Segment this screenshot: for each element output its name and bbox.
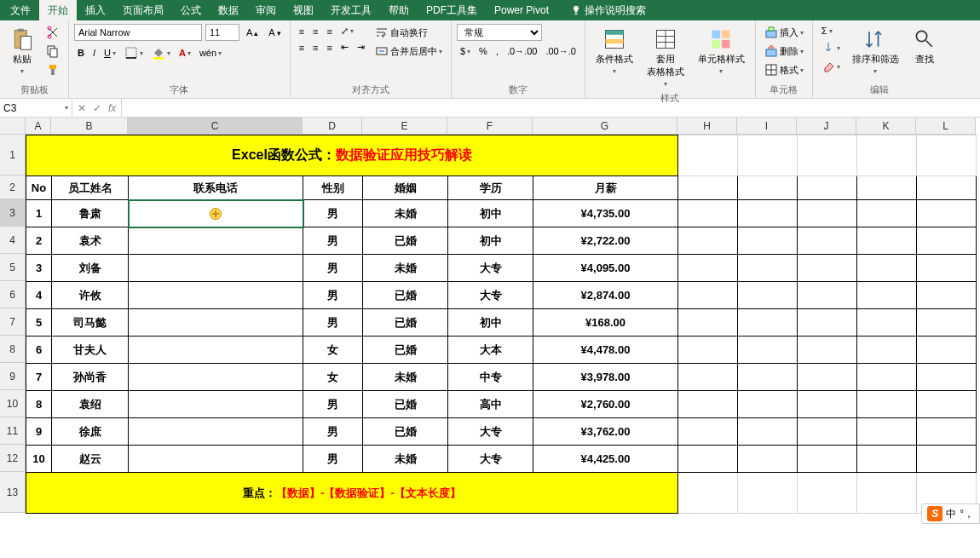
cell[interactable] bbox=[738, 446, 798, 473]
italic-button[interactable]: I bbox=[89, 46, 99, 60]
cell[interactable] bbox=[798, 364, 857, 391]
menu-view[interactable]: 视图 bbox=[285, 0, 322, 20]
cell-phone-5[interactable] bbox=[129, 337, 303, 364]
cell-marital-6[interactable]: 未婚 bbox=[363, 364, 448, 391]
align-top-button[interactable]: ≡ bbox=[296, 24, 308, 38]
column-header-E[interactable]: E bbox=[362, 118, 447, 135]
cell[interactable] bbox=[738, 364, 798, 391]
cell-no-1[interactable]: 2 bbox=[26, 227, 52, 255]
row-header-1[interactable]: 1 bbox=[0, 135, 26, 175]
align-bottom-button[interactable]: ≡ bbox=[324, 24, 336, 38]
cell[interactable] bbox=[857, 364, 917, 391]
cell-gender-3[interactable]: 男 bbox=[303, 282, 363, 309]
confirm-formula-button[interactable]: ✓ bbox=[93, 102, 101, 114]
find-button[interactable]: 查找 bbox=[908, 24, 942, 69]
increase-decimal-button[interactable]: .0→.00 bbox=[504, 44, 540, 58]
cell[interactable] bbox=[678, 391, 738, 418]
cell-edu-2[interactable]: 大专 bbox=[448, 255, 533, 282]
cell-phone-0[interactable] bbox=[129, 200, 303, 227]
fx-button[interactable]: fx bbox=[108, 102, 116, 114]
decrease-indent-button[interactable]: ⇤ bbox=[337, 40, 352, 55]
header-3[interactable]: 性别 bbox=[303, 176, 363, 200]
cell[interactable] bbox=[917, 446, 977, 473]
bold-button[interactable]: B bbox=[74, 46, 88, 60]
cell[interactable] bbox=[738, 135, 798, 176]
cell-marital-4[interactable]: 已婚 bbox=[363, 309, 448, 337]
cell-edu-1[interactable]: 初中 bbox=[448, 227, 533, 255]
insert-button[interactable]: 插入 ▾ bbox=[761, 24, 807, 41]
cell[interactable] bbox=[798, 309, 857, 337]
cell-salary-6[interactable]: ¥3,978.00 bbox=[533, 364, 678, 391]
row-header-10[interactable]: 10 bbox=[0, 390, 26, 417]
cell[interactable] bbox=[798, 473, 857, 514]
menu-developer[interactable]: 开发工具 bbox=[322, 0, 380, 20]
cell-no-3[interactable]: 4 bbox=[26, 282, 52, 309]
cell-salary-1[interactable]: ¥2,722.00 bbox=[533, 227, 678, 255]
row-header-12[interactable]: 12 bbox=[0, 445, 26, 472]
menu-insert[interactable]: 插入 bbox=[77, 0, 114, 20]
cell[interactable] bbox=[798, 337, 857, 364]
column-header-D[interactable]: D bbox=[303, 118, 362, 135]
title-cell[interactable]: Excel函数公式：数据验证应用技巧解读 bbox=[26, 135, 678, 176]
cell-name-1[interactable]: 袁术 bbox=[52, 227, 129, 255]
cell[interactable] bbox=[917, 227, 977, 255]
menu-formulas[interactable]: 公式 bbox=[172, 0, 210, 20]
shrink-font-button[interactable]: A▾ bbox=[265, 26, 284, 39]
cell[interactable] bbox=[678, 418, 738, 446]
cell[interactable] bbox=[857, 135, 917, 176]
decrease-decimal-button[interactable]: .00→.0 bbox=[542, 44, 579, 58]
cell[interactable] bbox=[798, 135, 857, 176]
cell[interactable] bbox=[857, 282, 917, 309]
cell[interactable] bbox=[678, 255, 738, 282]
cell[interactable] bbox=[857, 418, 917, 446]
menu-data[interactable]: 数据 bbox=[210, 0, 247, 20]
cell-marital-7[interactable]: 已婚 bbox=[363, 391, 448, 418]
cell[interactable] bbox=[798, 227, 857, 255]
column-header-K[interactable]: K bbox=[856, 118, 916, 135]
font-size-select[interactable] bbox=[205, 24, 239, 41]
align-right-button[interactable]: ≡ bbox=[324, 40, 336, 55]
cell-phone-9[interactable] bbox=[129, 446, 303, 473]
cell-gender-1[interactable]: 男 bbox=[303, 227, 363, 255]
cell-edu-8[interactable]: 大专 bbox=[448, 418, 533, 446]
menu-pdf[interactable]: PDF工具集 bbox=[418, 0, 486, 20]
cell-gender-2[interactable]: 男 bbox=[303, 255, 363, 282]
cell-no-7[interactable]: 8 bbox=[26, 391, 52, 418]
ime-widget[interactable]: S 中 °， bbox=[921, 503, 980, 524]
cell-edu-3[interactable]: 大专 bbox=[448, 282, 533, 309]
cell-name-9[interactable]: 赵云 bbox=[52, 446, 129, 473]
cell-no-2[interactable]: 3 bbox=[26, 255, 52, 282]
cell-name-0[interactable]: 鲁肃 bbox=[52, 200, 129, 227]
cell-no-4[interactable]: 5 bbox=[26, 309, 52, 337]
autosum-button[interactable]: Σ ▾ bbox=[818, 24, 844, 37]
cell[interactable] bbox=[857, 391, 917, 418]
format-button[interactable]: 格式 ▾ bbox=[761, 61, 807, 78]
comma-button[interactable]: , bbox=[493, 44, 502, 58]
cell[interactable] bbox=[917, 309, 977, 337]
cell[interactable] bbox=[857, 255, 917, 282]
row-header-9[interactable]: 9 bbox=[0, 363, 26, 390]
cell-salary-4[interactable]: ¥168.00 bbox=[533, 309, 678, 337]
grow-font-button[interactable]: A▴ bbox=[243, 26, 262, 39]
align-middle-button[interactable]: ≡ bbox=[309, 24, 321, 38]
cell-name-3[interactable]: 许攸 bbox=[52, 282, 129, 309]
cancel-formula-button[interactable]: ✕ bbox=[78, 102, 86, 114]
cell-gender-6[interactable]: 女 bbox=[303, 364, 363, 391]
cell-salary-9[interactable]: ¥4,425.00 bbox=[533, 446, 678, 473]
cell-gender-9[interactable]: 男 bbox=[303, 446, 363, 473]
number-format-select[interactable]: 常规 bbox=[457, 24, 542, 41]
cell-salary-3[interactable]: ¥2,874.00 bbox=[533, 282, 678, 309]
fill-color-button[interactable]: ▾ bbox=[148, 44, 174, 61]
header-2[interactable]: 联系电话 bbox=[129, 176, 303, 200]
cell-marital-2[interactable]: 未婚 bbox=[363, 255, 448, 282]
cell[interactable] bbox=[738, 473, 798, 514]
sort-filter-button[interactable]: 排序和筛选▾ bbox=[847, 24, 904, 78]
cell[interactable] bbox=[678, 309, 738, 337]
cell[interactable] bbox=[738, 255, 798, 282]
percent-button[interactable]: % bbox=[476, 44, 491, 58]
cell[interactable] bbox=[857, 337, 917, 364]
cell[interactable] bbox=[738, 227, 798, 255]
column-header-J[interactable]: J bbox=[797, 118, 856, 135]
cell[interactable] bbox=[917, 364, 977, 391]
cell[interactable] bbox=[738, 391, 798, 418]
